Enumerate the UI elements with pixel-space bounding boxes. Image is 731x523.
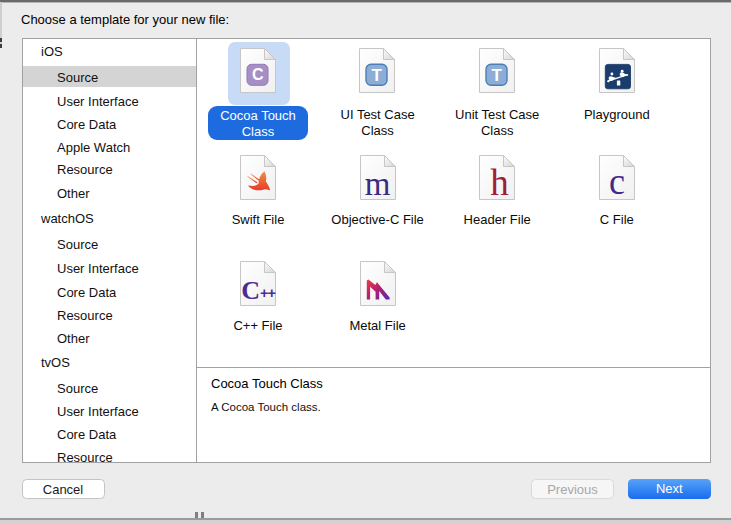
svg-text:T: T [371, 66, 382, 85]
svg-text:T: T [491, 66, 502, 85]
svg-text:C: C [252, 66, 264, 83]
